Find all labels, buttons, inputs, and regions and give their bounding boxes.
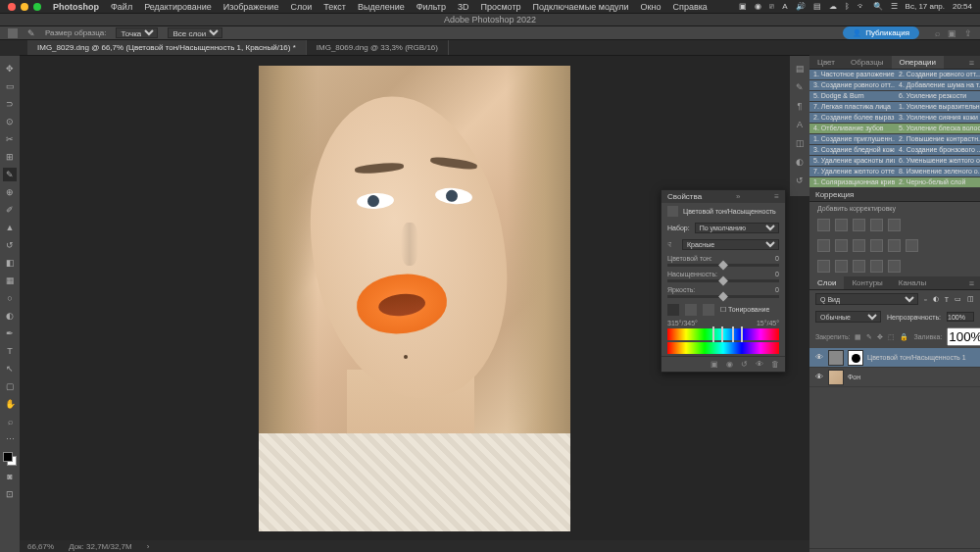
fill-input[interactable]	[947, 327, 980, 346]
adj-invert-icon[interactable]	[817, 260, 830, 273]
dodge-tool[interactable]: ◐	[3, 309, 17, 323]
doc-tab-1[interactable]: IMG_8029.dng @ 66,7% (Цветовой тон/Насыщ…	[27, 40, 307, 55]
crop-tool[interactable]: ✂	[3, 132, 17, 146]
eraser-tool[interactable]: ◧	[3, 256, 17, 270]
menu-image[interactable]: Изображение	[223, 2, 279, 12]
gradient-tool[interactable]: ▦	[3, 274, 17, 287]
wifi-icon[interactable]: ᯤ	[858, 2, 865, 11]
adj-poster-icon[interactable]	[835, 260, 848, 273]
hue-value[interactable]: 0	[775, 255, 779, 262]
window-controls[interactable]	[8, 3, 41, 11]
lock-trans-icon[interactable]: ▦	[855, 333, 861, 341]
menu-3d[interactable]: 3D	[458, 2, 469, 12]
adj-lookup-icon[interactable]	[906, 239, 918, 252]
lock-all-icon[interactable]: 🔒	[900, 333, 908, 341]
action-item[interactable]: 1. Частотное разложение	[809, 70, 895, 80]
menu-layers[interactable]: Слои	[290, 2, 312, 12]
visibility-icon[interactable]: 👁	[756, 360, 763, 369]
canvas[interactable]	[259, 66, 570, 531]
status-icon[interactable]: ◉	[755, 2, 761, 11]
tab-color[interactable]: Цвет	[809, 56, 843, 69]
filter-smart-icon[interactable]: ◫	[967, 295, 974, 303]
layer-mask[interactable]	[848, 350, 863, 366]
adj-colorbal-icon[interactable]	[835, 239, 848, 252]
action-item[interactable]: 3. Создание бледной кожи	[809, 145, 895, 156]
adj-gradmap-icon[interactable]	[870, 260, 883, 273]
action-item[interactable]: 2. Создание ровного отт...	[895, 70, 980, 80]
tab-actions[interactable]: Операции	[892, 56, 944, 69]
status-icon[interactable]: A	[782, 2, 787, 11]
eyedropper-tool[interactable]: ✎	[3, 168, 17, 181]
action-item[interactable]: 2. Повышение контрастн...	[895, 134, 980, 145]
action-item[interactable]: 4. Создание бронзового ...	[895, 145, 980, 156]
action-item[interactable]: 1. Соляризационная крив...	[809, 177, 895, 188]
doc-tab-2[interactable]: IMG_8069.dng @ 33,3% (RGB/16)	[307, 40, 449, 55]
sample-layers-select[interactable]: Все слои	[168, 27, 222, 38]
blend-mode-select[interactable]: Обычные	[815, 311, 881, 323]
menu-edit[interactable]: Редактирование	[144, 2, 212, 12]
menu-items[interactable]: Photoshop Файл Редактирование Изображени…	[53, 2, 708, 12]
action-item[interactable]: 7. Легкая пластика лица	[809, 102, 895, 113]
menu-view[interactable]: Просмотр	[480, 2, 520, 12]
search-icon[interactable]: ⌕	[935, 28, 940, 38]
time[interactable]: 20:54	[953, 2, 972, 11]
eyedropper-add-icon[interactable]	[685, 304, 697, 316]
action-item[interactable]: 6. Усиление резкости	[895, 91, 980, 102]
eyedropper-sub-icon[interactable]	[703, 304, 714, 316]
menu-help[interactable]: Справка	[673, 2, 708, 12]
panel-icon[interactable]: ↺	[794, 176, 807, 188]
filter-type-icon[interactable]: T	[945, 296, 949, 303]
screenmode-tool[interactable]: ⊡	[3, 487, 17, 501]
lock-nest-icon[interactable]: ⬚	[888, 333, 895, 341]
panel-icon[interactable]: ◐	[794, 157, 807, 170]
hand-icon[interactable]: ☟	[667, 241, 677, 249]
preset-select[interactable]: По умолчанию	[695, 223, 779, 233]
adj-exposure-icon[interactable]	[870, 219, 883, 231]
hue-track[interactable]	[667, 264, 779, 267]
menu-window[interactable]: Окно	[641, 2, 662, 12]
share-icon[interactable]: ⇪	[964, 28, 972, 38]
menu-text[interactable]: Текст	[323, 2, 346, 12]
filter-pixel-icon[interactable]: ▫	[924, 296, 926, 303]
reset-icon[interactable]: ↺	[741, 360, 748, 369]
adj-vibrance-icon[interactable]	[888, 219, 901, 231]
sample-size-select[interactable]: Точка	[116, 27, 158, 38]
action-item[interactable]: 4. Отбеливание зубов	[809, 124, 895, 134]
layer-thumb[interactable]	[828, 370, 844, 385]
layer-huesat[interactable]: 👁 Цветовой тон/Насыщенность 1	[809, 348, 980, 368]
menu-filter[interactable]: Фильтр	[416, 2, 446, 12]
layer-background[interactable]: 👁 Фон	[809, 368, 980, 387]
quickmask-tool[interactable]: ◙	[3, 470, 17, 483]
tab-swatches[interactable]: Образцы	[843, 56, 892, 69]
adj-brightness-icon[interactable]	[817, 219, 830, 231]
adj-mixer-icon[interactable]	[888, 239, 901, 252]
chevron-right-icon[interactable]: ›	[147, 542, 150, 551]
lock-pixel-icon[interactable]: ✎	[866, 333, 872, 341]
workspace-icon[interactable]: ▣	[948, 28, 956, 38]
adj-bw-icon[interactable]	[853, 239, 865, 252]
sat-value[interactable]: 0	[775, 271, 779, 277]
adj-thresh-icon[interactable]	[853, 260, 865, 273]
menu-file[interactable]: Файл	[111, 2, 132, 12]
action-item[interactable]: 4. Добавление шума на т...	[895, 80, 980, 91]
trash-icon[interactable]: 🗑	[771, 360, 779, 369]
props-header[interactable]: Свойства » ≡	[662, 190, 785, 203]
colorize-checkbox[interactable]: ☐ Тонирование	[720, 306, 769, 314]
view-prev-icon[interactable]: ◉	[726, 360, 733, 369]
action-item[interactable]: 1. Создание приглушенн...	[809, 134, 895, 145]
panel-menu-icon[interactable]: ≡	[963, 56, 980, 69]
channel-select[interactable]: Красные	[682, 239, 779, 250]
bluetooth-icon[interactable]: ᛒ	[845, 2, 850, 11]
edit-toolbar[interactable]: ⋯	[3, 432, 17, 446]
tab-paths[interactable]: Контуры	[844, 276, 890, 289]
publish-button[interactable]: Публикация	[843, 26, 919, 39]
menu-plugins[interactable]: Подключаемые модули	[533, 2, 629, 12]
collapse-icon[interactable]: »	[736, 192, 740, 201]
type-tool[interactable]: T	[3, 344, 17, 358]
search-icon[interactable]: 🔍	[873, 2, 883, 11]
panel-icon[interactable]: ¶	[794, 101, 807, 114]
adj-levels-icon[interactable]	[835, 219, 848, 231]
action-item[interactable]: 5. Удаление красноты лиц	[809, 156, 895, 167]
filter-adj-icon[interactable]: ◐	[933, 295, 939, 303]
eyedropper-icon[interactable]	[667, 304, 679, 316]
